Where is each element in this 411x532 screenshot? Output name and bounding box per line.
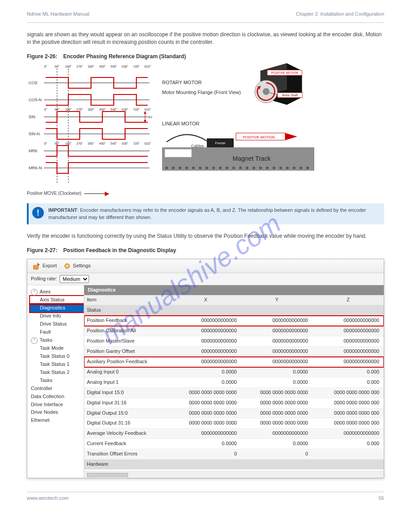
tree-item[interactable]: Drive Status (30, 320, 84, 328)
table-row[interactable]: Position Feedback00000000000000000000000… (84, 316, 384, 326)
polling-rate-select[interactable]: LowMediumHigh (60, 275, 89, 283)
svg-text:1Vpk-pk: 1Vpk-pk (149, 116, 152, 119)
svg-text:540°: 540° (111, 108, 117, 111)
svg-text:630°: 630° (122, 108, 128, 111)
diagnostics-window: Export Settings Polling rate: LowMediumH… (27, 259, 384, 478)
figure-2-title: Figure 2-27: Position Feedback in the Di… (27, 247, 384, 254)
svg-text:SIN: SIN (29, 115, 35, 119)
table-row[interactable]: Auxiliary Position Feedback0000000000000… (84, 357, 384, 367)
svg-text:450°: 450° (99, 65, 106, 68)
svg-text:360°: 360° (88, 142, 94, 145)
svg-point-88 (306, 167, 309, 169)
tree-item[interactable]: Data Collection (30, 393, 84, 401)
svg-point-85 (286, 167, 289, 169)
svg-text:90°: 90° (55, 108, 60, 111)
svg-text:540°: 540° (111, 65, 117, 68)
export-button[interactable]: Export (31, 261, 59, 271)
svg-text:810°: 810° (145, 108, 151, 111)
diagnostics-grid: Diagnostics Item X Y Z StatusPosition Fe… (84, 285, 384, 478)
tree-item[interactable]: Drive Interface (30, 401, 84, 409)
svg-text:720°: 720° (133, 65, 140, 68)
rotary-subtitle: Motor Mounting Flange (Front View) (162, 89, 241, 96)
grid-title: Diagnostics (84, 285, 384, 295)
direction-arrow-icon (84, 193, 109, 194)
svg-text:0°: 0° (44, 108, 47, 111)
svg-point-78 (239, 167, 242, 169)
svg-text:720°: 720° (133, 108, 140, 111)
table-row[interactable]: Average Velocity Feedback000000000000000… (84, 429, 384, 439)
svg-text:POSITIVE MOTION: POSITIVE MOTION (243, 135, 274, 139)
waveform-panel: .rd{stroke:#cc0000;stroke-width:2.2;fill… (27, 63, 152, 197)
figure-1-title: Figure 2-26: Encoder Phasing Reference D… (27, 53, 384, 60)
svg-point-51 (263, 88, 270, 95)
table-row[interactable]: Digital Output 31:160000 0000 0000 00000… (84, 418, 384, 429)
tree-item[interactable]: Axis Status (30, 296, 84, 304)
svg-point-73 (206, 167, 208, 169)
table-row[interactable]: Analog Input 00.00000.00000.000 (84, 367, 384, 378)
svg-point-72 (199, 167, 201, 169)
settings-button[interactable]: Settings (61, 261, 93, 271)
grid-section: Hardware (84, 459, 384, 470)
svg-point-67 (165, 167, 168, 169)
tree-group-axes[interactable]: ⌃ Axes (30, 288, 84, 296)
svg-text:360°: 360° (88, 108, 94, 111)
svg-point-84 (279, 167, 282, 169)
header-right: Chapter 2: Installation and Configuratio… (296, 11, 384, 18)
chevron-up-icon[interactable]: ⌃ (31, 337, 38, 344)
svg-point-93 (66, 265, 68, 267)
toolbar: Export Settings (27, 259, 384, 273)
grid-header: Item X Y Z (84, 295, 384, 305)
tree-item[interactable]: Drive Info (30, 312, 84, 320)
nav-tree[interactable]: ⌃ AxesAxis StatusDiagnosticsDrive InfoDr… (27, 285, 84, 478)
footer-right: 55 (379, 495, 384, 502)
tree-item[interactable]: Fault (30, 328, 84, 336)
svg-text:360°: 360° (88, 65, 94, 68)
waveform-caption: Positive MOVE (Clockwise) (27, 190, 152, 197)
page-footer: www.aerotech.com 55 (27, 495, 384, 502)
svg-text:180°: 180° (65, 108, 72, 111)
svg-point-86 (293, 167, 295, 169)
svg-text:MRK: MRK (29, 149, 38, 153)
svg-text:630°: 630° (122, 142, 128, 145)
svg-text:Magnet Track: Magnet Track (233, 155, 271, 162)
svg-text:450°: 450° (99, 142, 106, 145)
table-row[interactable]: Analog Input 10.00000.00000.000 (84, 378, 384, 388)
svg-text:MRK-N: MRK-N (29, 166, 42, 170)
svg-point-81 (259, 167, 262, 169)
header-left: Ndrive ML Hardware Manual (27, 11, 90, 18)
svg-point-76 (226, 167, 228, 169)
svg-text:90°: 90° (55, 65, 60, 68)
table-row[interactable]: Position Calibration All0000000000000000… (84, 326, 384, 336)
svg-text:COS: COS (29, 81, 38, 85)
polling-label: Polling rate: (31, 275, 57, 283)
table-row[interactable]: Position Gantry Offset000000000000000000… (84, 347, 384, 357)
tree-item[interactable]: Tasks (30, 377, 84, 385)
table-row[interactable]: Transition Offset Errors00 (84, 449, 384, 459)
horizontal-scrollbar[interactable] (84, 471, 384, 478)
tree-item[interactable]: Ethernet (30, 416, 84, 425)
page-header: Ndrive ML Hardware Manual Chapter 2: Ins… (27, 11, 384, 18)
grid-body[interactable]: StatusPosition Feedback00000000000000000… (84, 305, 384, 471)
tree-item[interactable]: Task Status 0 (30, 352, 84, 360)
svg-text:90°: 90° (55, 142, 60, 145)
tree-item[interactable]: Task Status 1 (30, 360, 84, 369)
table-row[interactable]: Digital Output 15:00000 0000 0000 000000… (84, 408, 384, 419)
table-row[interactable]: Position Master/Slave0000000000000000000… (84, 336, 384, 347)
svg-text:180°: 180° (65, 65, 72, 68)
svg-text:540°: 540° (111, 142, 117, 145)
tree-item[interactable]: Diagnostics (30, 304, 84, 312)
tree-item[interactable]: Controller (30, 385, 84, 393)
table-row[interactable]: Digital Input 15:00000 0000 0000 0000000… (84, 388, 384, 398)
intro-paragraph: signals are shown as they would appear o… (27, 31, 384, 47)
table-row[interactable]: Digital Input 31:160000 0000 0000 000000… (84, 398, 384, 408)
svg-point-77 (232, 167, 235, 169)
tree-item[interactable]: Drive Nodes (30, 408, 84, 416)
col-x: X (170, 295, 241, 305)
waveform-svg: .rd{stroke:#cc0000;stroke-width:2.2;fill… (27, 63, 152, 189)
table-row[interactable]: Current Feedback0.00000.00000.000 (84, 439, 384, 449)
tree-item[interactable]: Task Status 2 (30, 369, 84, 377)
tree-item[interactable]: Task Mode (30, 344, 84, 352)
chevron-up-icon[interactable]: ⌃ (31, 289, 38, 296)
tree-group-tasks[interactable]: ⌃ Tasks (30, 336, 84, 344)
col-y: Y (241, 295, 313, 305)
